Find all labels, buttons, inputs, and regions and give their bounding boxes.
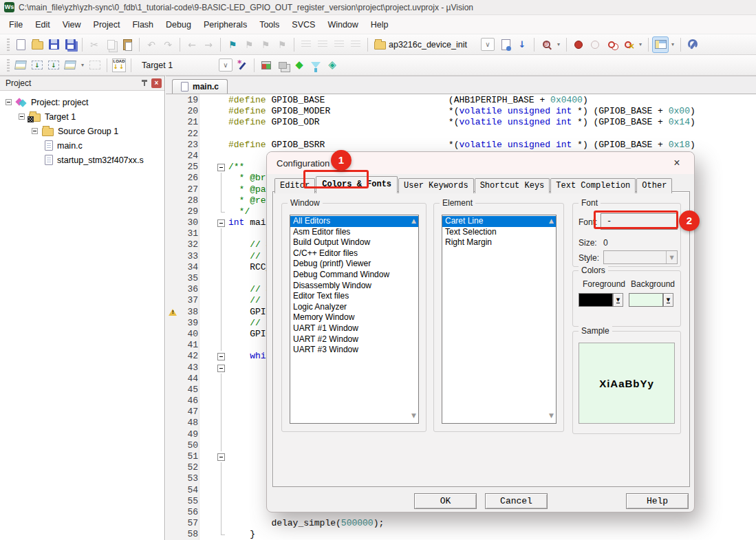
list-item-c-c-editor-files[interactable]: C/C++ Editor files <box>290 248 418 259</box>
rebuild-button[interactable]: ↓ <box>45 57 62 74</box>
breakpoint-dropdown-button[interactable]: ▾ <box>636 36 645 53</box>
breakpoint-disable-all-button[interactable] <box>603 36 620 53</box>
close-panel-button[interactable]: × <box>151 78 162 88</box>
undo-button[interactable]: ↶ <box>143 36 160 53</box>
bookmark-next-button[interactable]: ⚑ <box>257 36 274 53</box>
list-item-build-output-window[interactable]: Build Output Window <box>290 237 418 248</box>
outdent-button[interactable] <box>314 36 331 53</box>
window-layout-dropdown-button[interactable]: ▾ <box>669 36 677 53</box>
list-item-caret-line[interactable]: Caret Line <box>442 216 556 227</box>
background-swatch[interactable] <box>629 293 663 307</box>
fold-marker-icon[interactable] <box>199 162 228 173</box>
code-text[interactable]: #define GPIOB_BASE (AHB1PERIPH_BASE + 0x… <box>228 95 756 106</box>
comment-button[interactable] <box>331 36 347 53</box>
breakpoint-kill-all-button[interactable] <box>620 36 636 53</box>
batch-build-button[interactable] <box>62 57 78 74</box>
cut-button[interactable]: ✂ <box>86 36 102 53</box>
list-item-asm-editor-files[interactable]: Asm Editor files <box>290 227 418 238</box>
tab-text-completion[interactable]: Text Completion <box>550 178 636 193</box>
find-in-files-button[interactable] <box>497 36 514 53</box>
batch-build-dropdown-button[interactable]: ▾ <box>78 57 87 74</box>
redo-button[interactable]: ↷ <box>160 36 176 53</box>
menu-window[interactable]: Window <box>321 17 364 32</box>
list-item-memory-window[interactable]: Memory Window <box>290 312 418 323</box>
open-file-button[interactable] <box>29 36 45 53</box>
code-text[interactable]: delay_simple(500000); <box>228 518 756 529</box>
fold-marker-icon[interactable] <box>199 451 228 462</box>
window-layout-button[interactable] <box>652 36 669 53</box>
list-item-uart-3-window[interactable]: UART #3 Window <box>290 345 418 356</box>
breakpoint-enable-button[interactable] <box>587 36 603 53</box>
foreground-swatch[interactable] <box>579 293 613 307</box>
tree-item-project-project[interactable]: Project: project <box>0 95 164 109</box>
ok-button[interactable]: OK <box>414 493 477 509</box>
list-item-disassembly-window[interactable]: Disassembly Window <box>290 281 418 292</box>
code-text[interactable]: #define GPIOB_BSRR *(volatile unsigned i… <box>228 140 756 151</box>
tree-item-target-1[interactable]: Target 1 <box>0 109 164 124</box>
window-list[interactable]: All EditorsAsm Editor filesBuild Output … <box>290 215 419 424</box>
scroll-up-icon[interactable]: ▲ <box>549 217 554 224</box>
copy-button[interactable] <box>102 36 119 53</box>
list-item-logic-analyzer[interactable]: Logic Analyzer <box>290 302 418 313</box>
save-button[interactable] <box>45 36 62 53</box>
menu-svcs[interactable]: SVCS <box>285 17 321 32</box>
fold-marker-icon[interactable] <box>199 351 228 362</box>
search-input[interactable]: ap3216c_device_init <box>389 40 478 50</box>
list-item-uart-1-window[interactable]: UART #1 Window <box>290 323 418 334</box>
fold-marker-icon[interactable] <box>199 363 228 374</box>
list-item-right-margin[interactable]: Right Margin <box>442 237 556 248</box>
tab-shortcut-keys[interactable]: Shortcut Keys <box>475 178 550 193</box>
pin-icon[interactable] <box>140 78 149 88</box>
configure-button[interactable] <box>684 36 701 53</box>
list-item-uart-2-window[interactable]: UART #2 Window <box>290 334 418 345</box>
find-button[interactable] <box>538 36 554 53</box>
toolbar-grip[interactable] <box>7 39 10 51</box>
expander-icon[interactable] <box>6 99 12 105</box>
list-item-editor-text-files[interactable]: Editor Text files <box>290 291 418 302</box>
code-text[interactable]: #define GPIOB_ODR *(volatile unsigned in… <box>228 117 756 128</box>
filter-packs-button[interactable] <box>307 57 324 74</box>
foreground-dropdown-button[interactable]: ▼ <box>613 293 623 307</box>
help-button[interactable]: Help <box>626 493 689 509</box>
tree-item-startup-stm32f407xx-s[interactable]: startup_stm32f407xx.s <box>0 153 164 167</box>
menu-edit[interactable]: Edit <box>29 17 56 32</box>
options-for-target-button[interactable] <box>234 57 250 74</box>
breakpoint-toggle-button[interactable] <box>570 36 587 53</box>
manage-runtime-button[interactable] <box>258 57 274 74</box>
bookmark-clear-button[interactable]: ⚑ <box>274 36 290 53</box>
menu-peripherals[interactable]: Peripherals <box>197 17 253 32</box>
incremental-find-button[interactable]: ↓ <box>514 36 530 53</box>
target-select[interactable]: Target 1 <box>136 61 219 70</box>
expander-icon[interactable] <box>19 114 25 120</box>
translate-button[interactable] <box>12 57 29 74</box>
menu-tools[interactable]: Tools <box>253 17 285 32</box>
menu-flash[interactable]: Flash <box>126 17 160 32</box>
search-dropdown-button[interactable]: ∨ <box>481 38 495 51</box>
menu-file[interactable]: File <box>3 17 29 32</box>
dialog-close-button[interactable]: × <box>669 157 684 169</box>
navigate-back-button[interactable]: ← <box>184 36 200 53</box>
tab-user-keywords[interactable]: User Keywords <box>398 178 474 193</box>
scroll-up-icon[interactable]: ▲ <box>411 217 416 224</box>
uncomment-button[interactable] <box>347 36 364 53</box>
menu-project[interactable]: Project <box>87 17 127 32</box>
tab-main-c[interactable]: main.c <box>172 79 228 94</box>
cancel-button[interactable]: Cancel <box>485 493 548 509</box>
expander-icon[interactable] <box>32 128 38 134</box>
scroll-down-icon[interactable]: ▼ <box>549 412 554 419</box>
list-item-text-selection[interactable]: Text Selection <box>442 227 556 238</box>
background-dropdown-button[interactable]: ▼ <box>663 293 673 307</box>
pack-installer-button[interactable]: ◈ <box>324 57 341 74</box>
tree-item-main-c[interactable]: main.c <box>0 138 164 153</box>
toolbar-grip[interactable] <box>7 59 10 72</box>
paste-button[interactable] <box>119 36 136 53</box>
bookmark-toggle-button[interactable]: ⚑ <box>224 36 241 53</box>
new-file-button[interactable] <box>12 36 29 53</box>
navigate-forward-button[interactable]: → <box>200 36 217 53</box>
fold-marker-icon[interactable] <box>199 217 228 228</box>
manage-items-button[interactable] <box>274 57 291 74</box>
list-item-debug-command-window[interactable]: Debug Command Window <box>290 270 418 281</box>
element-list[interactable]: Caret LineText SelectionRight Margin <box>442 215 557 424</box>
target-dropdown-button[interactable]: ∨ <box>219 58 233 72</box>
indent-button[interactable] <box>298 36 314 53</box>
